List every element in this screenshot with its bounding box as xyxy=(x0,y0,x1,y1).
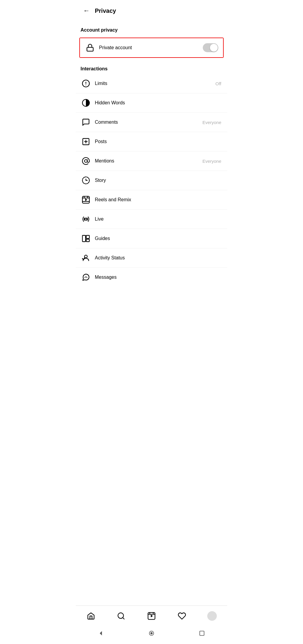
live-label: Live xyxy=(95,216,222,222)
back-button[interactable]: ← xyxy=(81,5,92,17)
messages-icon xyxy=(81,272,91,283)
limits-label: Limits xyxy=(95,81,215,86)
messages-label: Messages xyxy=(95,275,222,280)
hidden-words-label: Hidden Words xyxy=(95,100,222,106)
content-area: Account privacy Private account Interact… xyxy=(76,21,227,326)
list-item[interactable]: Mentions Everyone xyxy=(76,151,227,171)
comments-value: Everyone xyxy=(202,120,221,125)
private-account-container: Private account xyxy=(79,38,224,58)
private-account-toggle[interactable] xyxy=(203,43,218,52)
reels-and-remix-label: Reels and Remix xyxy=(95,197,222,202)
svg-rect-21 xyxy=(86,239,89,242)
back-arrow-icon: ← xyxy=(83,7,90,15)
svg-rect-0 xyxy=(87,47,93,51)
live-icon xyxy=(81,214,91,225)
list-item[interactable]: Story xyxy=(76,171,227,190)
account-privacy-section-header: Account privacy xyxy=(76,21,227,35)
activity-status-icon xyxy=(81,253,91,263)
guides-label: Guides xyxy=(95,236,222,241)
hidden-words-icon xyxy=(81,97,91,108)
svg-point-8 xyxy=(84,160,87,162)
mentions-label: Mentions xyxy=(95,158,202,164)
limits-value: Off xyxy=(215,81,221,86)
page-title: Privacy xyxy=(95,7,116,14)
reels-icon xyxy=(81,194,91,205)
list-item[interactable]: Reels and Remix xyxy=(76,190,227,210)
comments-label: Comments xyxy=(95,120,202,125)
list-item[interactable]: Posts xyxy=(76,132,227,151)
list-item[interactable]: Guides xyxy=(76,229,227,248)
svg-point-18 xyxy=(85,218,87,220)
svg-rect-20 xyxy=(86,236,89,239)
list-item[interactable]: Hidden Words xyxy=(76,93,227,113)
toggle-knob xyxy=(210,44,218,52)
mentions-icon xyxy=(81,156,91,166)
list-item[interactable]: Comments Everyone xyxy=(76,113,227,132)
svg-rect-19 xyxy=(82,236,86,242)
private-account-row[interactable]: Private account xyxy=(80,38,223,57)
list-item[interactable]: Activity Status xyxy=(76,248,227,268)
guides-icon xyxy=(81,233,91,244)
interactions-section-header: Interactions xyxy=(76,60,227,74)
posts-label: Posts xyxy=(95,139,222,144)
limits-icon xyxy=(81,78,91,89)
activity-status-label: Activity Status xyxy=(95,255,222,261)
list-item[interactable]: Live xyxy=(76,210,227,229)
app-header: ← Privacy xyxy=(76,0,227,21)
interactions-list: Limits Off Hidden Words Comments Everyon… xyxy=(76,74,227,287)
mentions-value: Everyone xyxy=(202,159,221,164)
story-label: Story xyxy=(95,178,222,183)
list-item[interactable]: Messages xyxy=(76,268,227,287)
posts-icon xyxy=(81,136,91,147)
story-icon xyxy=(81,175,91,186)
comments-icon xyxy=(81,117,91,128)
svg-marker-13 xyxy=(85,198,87,201)
lock-icon xyxy=(85,42,95,53)
list-item[interactable]: Limits Off xyxy=(76,74,227,93)
private-account-label: Private account xyxy=(99,45,203,50)
